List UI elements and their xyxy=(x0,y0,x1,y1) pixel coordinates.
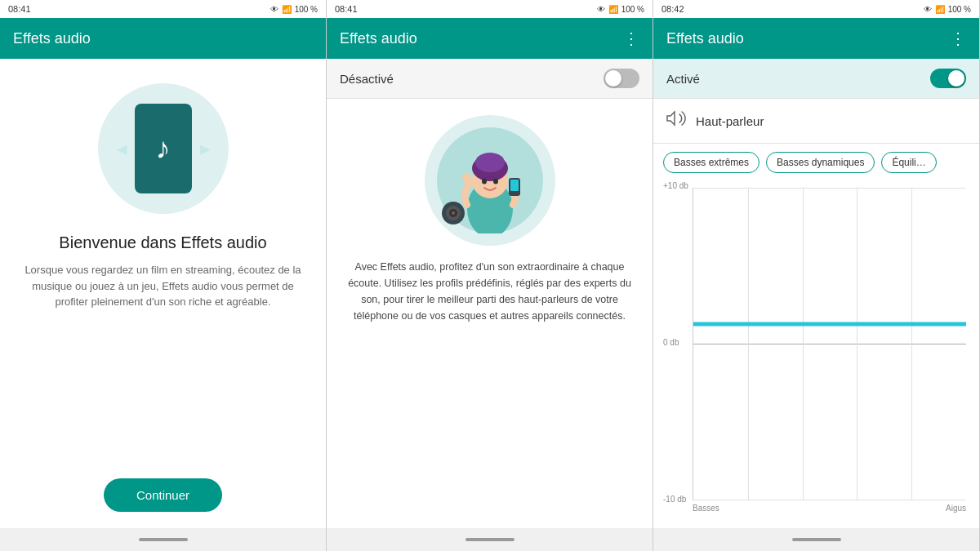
welcome-title: Bienvenue dans Effets audio xyxy=(59,233,266,252)
equalizer-area: +10 db 0 db -10 db Basses xyxy=(653,181,979,528)
svg-point-7 xyxy=(493,179,498,184)
status-icons-2: 👁 📶 100 % xyxy=(597,5,644,14)
toggle-label-2: Désactivé xyxy=(340,72,394,86)
eq-grid xyxy=(693,188,966,500)
screen2-description: Avec Effets audio, profitez d'un son ext… xyxy=(343,259,636,324)
status-bar-2: 08:41 👁 📶 100 % xyxy=(327,0,653,18)
speaker-label: Haut-parleur xyxy=(696,114,764,128)
eq-curve-svg xyxy=(693,188,966,460)
app-title-3: Effets audio xyxy=(666,30,744,47)
screen-1: 08:41 👁 📶 100 % Effets audio ♪ Bienvenue… xyxy=(0,0,327,551)
toggle-label-3: Activé xyxy=(666,72,700,86)
screen-2: 08:41 👁 📶 100 % Effets audio ⋮ Désactivé xyxy=(327,0,653,551)
status-bar-1: 08:41 👁 📶 100 % xyxy=(0,0,326,18)
status-icons-1: 👁 📶 100 % xyxy=(270,5,318,14)
screen2-content: Avec Effets audio, profitez d'un son ext… xyxy=(327,99,653,528)
svg-rect-11 xyxy=(510,180,519,191)
app-title-1: Effets audio xyxy=(13,30,91,47)
svg-line-9 xyxy=(468,175,470,184)
status-bar-3: 08:42 👁 📶 100 % xyxy=(653,0,979,18)
more-menu-icon-3[interactable]: ⋮ xyxy=(950,29,966,48)
eq-grid-line-bottom xyxy=(693,500,966,500)
chips-row: Basses extrêmes Basses dynamiques Équili… xyxy=(653,144,979,181)
time-1: 08:41 xyxy=(8,4,31,14)
nav-bar-2 xyxy=(327,528,653,551)
nav-bar-1 xyxy=(0,528,326,551)
wifi-icon: 📶 xyxy=(282,5,292,14)
app-bar-2: Effets audio ⋮ xyxy=(327,18,653,59)
eq-labels-left: +10 db 0 db -10 db xyxy=(663,181,688,504)
eq-label-top: +10 db xyxy=(663,181,688,190)
phone-illustration-circle: ♪ xyxy=(98,83,229,214)
chip-1[interactable]: Basses dynamiques xyxy=(766,152,875,173)
app-bar-3: Effets audio ⋮ xyxy=(653,18,979,59)
chip-0[interactable]: Basses extrêmes xyxy=(663,152,760,173)
status-icons-3: 👁 📶 100 % xyxy=(924,5,971,14)
phone-graphic: ♪ xyxy=(135,104,192,193)
svg-point-5 xyxy=(475,153,505,172)
toggle-row-2[interactable]: Désactivé xyxy=(327,59,653,99)
nav-handle-1 xyxy=(139,538,188,541)
eye-icon-2: 👁 xyxy=(597,5,605,14)
chip-2[interactable]: Équili… xyxy=(881,152,936,173)
screen1-content: ♪ Bienvenue dans Effets audio Lorsque vo… xyxy=(0,59,326,462)
nav-handle-3 xyxy=(792,538,841,541)
nav-bar-3 xyxy=(653,528,979,551)
speaker-row: Haut-parleur xyxy=(653,99,979,144)
eye-icon: 👁 xyxy=(270,5,278,14)
person-illustration-circle xyxy=(425,115,555,246)
toggle-row-3[interactable]: Activé xyxy=(653,59,979,99)
eq-label-bottom: -10 db xyxy=(663,495,688,504)
eq-label-middle: 0 db xyxy=(663,338,688,347)
speaker-icon xyxy=(666,109,686,133)
more-menu-icon-2[interactable]: ⋮ xyxy=(623,29,639,48)
eq-bottom-labels: Basses Aigus xyxy=(693,500,966,513)
app-title-2: Effets audio xyxy=(340,30,417,47)
toggle-switch-3[interactable] xyxy=(930,69,966,88)
music-note-icon: ♪ xyxy=(156,131,171,166)
eye-icon-3: 👁 xyxy=(924,5,932,14)
eq-label-bass: Basses xyxy=(693,504,719,513)
eq-label-treble: Aigus xyxy=(946,504,966,513)
screen-3: 08:42 👁 📶 100 % Effets audio ⋮ Activé Ha… xyxy=(653,0,980,551)
battery-3: 100 % xyxy=(948,5,971,14)
wifi-icon-3: 📶 xyxy=(935,5,945,14)
nav-handle-2 xyxy=(466,538,514,541)
screen3-content: Haut-parleur Basses extrêmes Basses dyna… xyxy=(653,99,979,528)
person-svg xyxy=(437,127,543,233)
app-bar-1: Effets audio xyxy=(0,18,326,59)
wifi-icon-2: 📶 xyxy=(608,5,618,14)
time-2: 08:41 xyxy=(335,4,358,14)
svg-point-15 xyxy=(452,211,455,215)
welcome-desc: Lorsque vous regardez un film en streami… xyxy=(20,262,306,310)
toggle-switch-2[interactable] xyxy=(604,69,639,88)
continue-button[interactable]: Continuer xyxy=(104,478,222,512)
battery-2: 100 % xyxy=(621,5,644,14)
svg-point-6 xyxy=(482,179,487,184)
battery-1: 100 % xyxy=(295,5,318,14)
time-3: 08:42 xyxy=(662,4,684,14)
continue-btn-area: Continuer xyxy=(0,462,326,528)
